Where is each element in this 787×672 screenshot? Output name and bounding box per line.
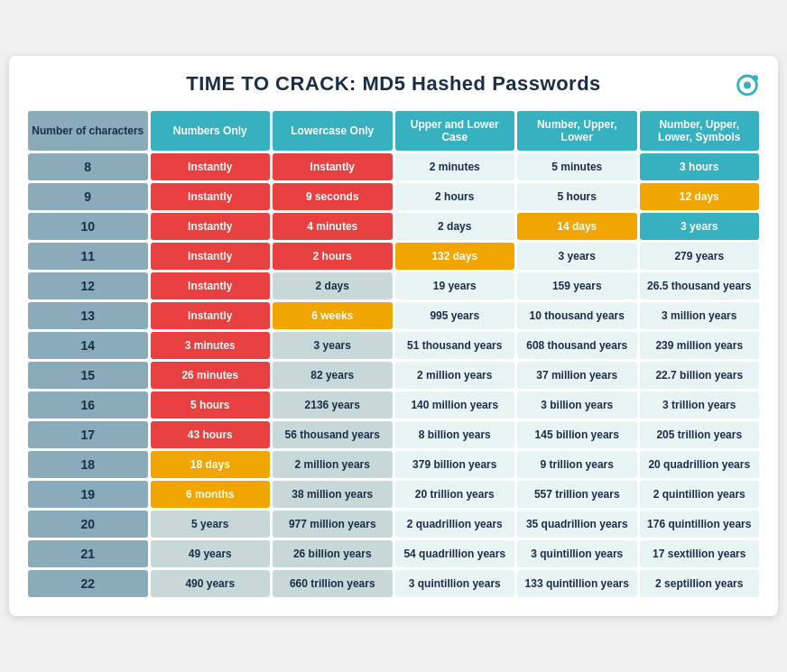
table-row: 12Instantly2 days19 years159 years26.5 t… — [28, 272, 759, 299]
header-chars: Number of characters — [28, 111, 148, 151]
cell-col1: Instantly — [151, 153, 271, 180]
cell-col3: 995 years — [395, 302, 515, 329]
cell-col1: Instantly — [151, 183, 271, 210]
cell-col4: 608 thousand years — [517, 332, 637, 359]
table-row: 11Instantly2 hours132 days3 years279 yea… — [28, 243, 759, 270]
cell-col1: 49 years — [151, 540, 271, 567]
header-col3: Upper and Lower Case — [395, 111, 515, 151]
cell-col3: 2 million years — [395, 362, 515, 389]
cell-col5: 22.7 billion years — [640, 362, 760, 389]
cell-col2: 3 years — [273, 332, 393, 359]
cell-col2: 9 seconds — [273, 183, 393, 210]
cell-col1: Instantly — [151, 272, 271, 299]
cell-chars: 20 — [28, 511, 148, 538]
crack-time-table: Number of characters Numbers Only Lowerc… — [25, 108, 762, 600]
cell-chars: 11 — [28, 243, 148, 270]
cell-col2: 56 thousand years — [273, 421, 393, 448]
cell-col1: 6 months — [151, 481, 271, 508]
cell-chars: 21 — [28, 540, 148, 567]
cell-col1: 5 hours — [151, 391, 271, 419]
cell-col5: 176 quintillion years — [640, 511, 760, 538]
cell-col2: 977 million years — [273, 511, 393, 538]
cell-col5: 12 days — [640, 183, 760, 210]
cell-chars: 12 — [28, 272, 148, 299]
cell-col4: 9 trillion years — [517, 451, 637, 478]
cell-col1: Instantly — [151, 302, 271, 329]
table-row: 9Instantly9 seconds2 hours5 hours12 days — [28, 183, 759, 210]
header-col5: Number, Upper, Lower, Symbols — [640, 111, 760, 151]
cell-col4: 3 billion years — [517, 391, 637, 419]
cell-col2: 2 hours — [273, 243, 393, 270]
cell-col2: 38 million years — [273, 481, 393, 508]
cell-col2: 82 years — [273, 362, 393, 389]
cell-col4: 10 thousand years — [517, 302, 637, 329]
cell-chars: 18 — [28, 451, 148, 478]
cell-chars: 14 — [28, 332, 148, 359]
cell-col5: 279 years — [640, 243, 760, 270]
page-title: TIME TO CRACK: MD5 Hashed Passwords — [186, 72, 601, 96]
cell-col4: 37 million years — [517, 362, 637, 389]
cell-col5: 20 quadrillion years — [640, 451, 760, 478]
cell-chars: 15 — [28, 362, 148, 389]
svg-point-2 — [753, 75, 758, 80]
cell-col2: 4 minutes — [273, 213, 393, 240]
cell-col1: 5 years — [151, 511, 271, 538]
cell-col5: 239 million years — [640, 332, 760, 359]
cell-chars: 17 — [28, 421, 148, 448]
cell-col5: 3 years — [640, 213, 760, 240]
main-container: TIME TO CRACK: MD5 Hashed Passwords Numb… — [9, 56, 778, 616]
cell-col5: 205 trillion years — [640, 421, 760, 448]
cell-col2: 6 weeks — [273, 302, 393, 329]
table-row: 2149 years26 billion years54 quadrillion… — [28, 540, 759, 567]
table-row: 205 years977 million years2 quadrillion … — [28, 511, 759, 538]
cell-col5: 3 million years — [640, 302, 760, 329]
header-col4: Number, Upper, Lower — [517, 111, 637, 151]
cell-col3: 19 years — [395, 272, 515, 299]
cell-col1: 490 years — [151, 570, 271, 597]
cell-chars: 10 — [28, 213, 148, 240]
cell-col2: 2 days — [273, 272, 393, 299]
cell-col3: 379 billion years — [395, 451, 515, 478]
cell-chars: 22 — [28, 570, 148, 597]
table-row: 10Instantly4 minutes2 days14 days3 years — [28, 213, 759, 240]
cell-chars: 19 — [28, 481, 148, 508]
cell-col5: 3 hours — [640, 153, 760, 180]
cell-col1: 43 hours — [151, 421, 271, 448]
cell-col4: 14 days — [517, 213, 637, 240]
cell-col5: 26.5 thousand years — [640, 272, 760, 299]
cell-col4: 3 quintillion years — [517, 540, 637, 567]
cell-col4: 133 quintillion years — [517, 570, 637, 597]
cell-col1: Instantly — [151, 213, 271, 240]
cell-col2: 2136 years — [273, 391, 393, 419]
header-col1: Numbers Only — [151, 111, 271, 151]
logo-icon — [733, 72, 762, 101]
cell-col3: 2 quadrillion years — [395, 511, 515, 538]
cell-col2: 26 billion years — [273, 540, 393, 567]
table-row: 165 hours2136 years140 million years3 bi… — [28, 391, 759, 419]
table-row: 1818 days2 million years379 billion year… — [28, 451, 759, 478]
cell-col3: 8 billion years — [395, 421, 515, 448]
svg-point-1 — [744, 81, 751, 88]
table-row: 143 minutes3 years51 thousand years608 t… — [28, 332, 759, 359]
cell-col5: 2 quintillion years — [640, 481, 760, 508]
table-row: 1526 minutes82 years2 million years37 mi… — [28, 362, 759, 389]
cell-chars: 9 — [28, 183, 148, 210]
cell-col3: 2 hours — [395, 183, 515, 210]
cell-col5: 3 trillion years — [640, 391, 760, 419]
cell-col2: Instantly — [273, 153, 393, 180]
cell-col4: 5 minutes — [517, 153, 637, 180]
cell-col1: Instantly — [151, 243, 271, 270]
cell-col3: 54 quadrillion years — [395, 540, 515, 567]
cell-col4: 145 billion years — [517, 421, 637, 448]
cell-col2: 660 trillion years — [273, 570, 393, 597]
cell-col3: 132 days — [395, 243, 515, 270]
cell-col3: 140 million years — [395, 391, 515, 419]
header-col2: Lowercase Only — [273, 111, 393, 151]
cell-col3: 2 days — [395, 213, 515, 240]
title-row: TIME TO CRACK: MD5 Hashed Passwords — [25, 72, 762, 96]
cell-col4: 557 trillion years — [517, 481, 637, 508]
cell-col4: 35 quadrillion years — [517, 511, 637, 538]
cell-col1: 26 minutes — [151, 362, 271, 389]
cell-col1: 18 days — [151, 451, 271, 478]
table-row: 13Instantly6 weeks995 years10 thousand y… — [28, 302, 759, 329]
